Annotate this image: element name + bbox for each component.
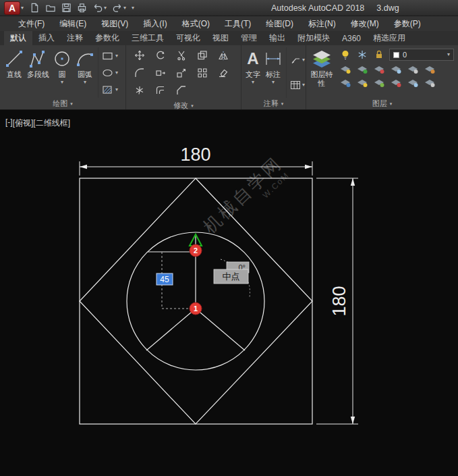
tool-copy-button[interactable] <box>197 50 208 63</box>
tool-leader-button[interactable]: ▾ <box>290 53 305 68</box>
text-flyout-icon: ▾ <box>252 80 254 85</box>
tool-erase-button[interactable] <box>218 68 229 81</box>
tool-mirror-button[interactable] <box>218 50 229 63</box>
tool-rotate-button[interactable] <box>155 50 166 63</box>
layer-tool-button[interactable] <box>355 76 369 88</box>
tool-offset-button[interactable] <box>155 85 166 99</box>
panel-layers-label[interactable]: 图层 ▾ <box>306 98 458 109</box>
dimension-icon <box>263 48 283 70</box>
panel-draw-label[interactable]: 绘图 ▾ <box>0 98 125 109</box>
tool-arc-button[interactable]: 圆弧 ▾ <box>74 47 96 98</box>
arc-flyout-icon[interactable]: ▾ <box>84 80 86 85</box>
menu-view[interactable]: 视图(V) <box>94 16 136 31</box>
viewport-view-control[interactable]: [俯视] <box>13 117 34 129</box>
layer-tool-button[interactable] <box>355 63 369 74</box>
viewport-menu-control[interactable]: [-] <box>5 117 13 129</box>
menu-format[interactable]: 格式(O) <box>175 16 217 31</box>
tool-trim-button[interactable] <box>176 50 187 63</box>
tab-view[interactable]: 视图 <box>206 31 235 45</box>
menu-parametric[interactable]: 参数(P) <box>387 16 428 31</box>
tool-explode-button[interactable] <box>134 85 145 99</box>
panel-modify-label[interactable]: 修改 ▾ <box>126 101 241 111</box>
layer-tool-button[interactable] <box>406 63 420 74</box>
circle-flyout-icon[interactable]: ▾ <box>61 80 63 85</box>
tool-dimension-button[interactable]: 标注 ▾ <box>262 47 285 98</box>
app-menu-button[interactable]: A ▾ <box>4 1 24 15</box>
tool-ellipse-button[interactable]: ▾ <box>102 65 118 80</box>
layer-freeze-button[interactable] <box>355 49 369 61</box>
layer-properties-button[interactable]: 图层特性 <box>309 47 335 98</box>
tab-output[interactable]: 输出 <box>263 31 291 45</box>
layer-color-swatch <box>393 52 399 58</box>
ellipse-flyout-icon: ▾ <box>115 70 118 76</box>
new-file-button[interactable] <box>30 3 40 13</box>
tool-array-button[interactable] <box>197 68 208 81</box>
tool-stretch-button[interactable] <box>155 68 166 81</box>
menu-dimension[interactable]: 标注(N) <box>301 16 343 31</box>
layer-tool-button[interactable] <box>406 76 420 88</box>
layer-tool-button[interactable] <box>339 63 352 74</box>
panel-annotate-label[interactable]: 注释 ▾ <box>241 98 306 109</box>
tab-3d-tools[interactable]: 三维工具 <box>125 31 170 45</box>
menu-draw[interactable]: 绘图(D) <box>258 16 301 31</box>
layer-tool-button[interactable] <box>389 63 403 74</box>
tab-featured-apps[interactable]: 精选应用 <box>367 31 411 45</box>
layer-select-dropdown[interactable]: 0 ▾ <box>389 49 454 61</box>
layer-state-icon <box>356 77 368 88</box>
layer-tool-button[interactable] <box>339 76 352 88</box>
tool-polyline-button[interactable]: 多段线 <box>26 47 51 98</box>
tab-addins[interactable]: 附加模块 <box>291 31 336 45</box>
tab-annotate[interactable]: 注释 <box>61 31 89 45</box>
menu-insert[interactable]: 插入(I) <box>136 16 174 31</box>
tool-table-button[interactable]: ▾ <box>290 78 305 92</box>
redo-button[interactable]: ▾ <box>112 3 126 13</box>
tab-manage[interactable]: 管理 <box>235 31 263 45</box>
layer-state-icon <box>339 63 351 74</box>
tab-parametric[interactable]: 参数化 <box>89 31 125 45</box>
polyline-icon <box>28 48 49 70</box>
layer-tool-button[interactable] <box>389 76 403 88</box>
save-button[interactable] <box>61 3 71 13</box>
menu-edit[interactable]: 编辑(E) <box>52 16 94 31</box>
tool-scale-button[interactable] <box>176 68 187 81</box>
document-title-text: 3.dwg <box>376 3 399 13</box>
draw-panel-expand-icon: ▾ <box>70 101 73 106</box>
layer-lock-button[interactable] <box>372 49 386 61</box>
tool-circle-button[interactable]: 圆 ▾ <box>51 47 74 98</box>
tool-move-button[interactable] <box>134 50 145 63</box>
tool-hatch-button[interactable]: ▾ <box>102 82 118 97</box>
tab-home[interactable]: 默认 <box>4 31 32 45</box>
layer-on-off-button[interactable] <box>339 49 352 61</box>
diagonal-line-left <box>146 309 196 350</box>
tab-a360[interactable]: A360 <box>336 31 367 45</box>
layer-state-icon <box>390 77 402 88</box>
drawing-canvas[interactable]: [-] [俯视] [二维线框] 机械自学网 W.CoM <box>0 110 458 476</box>
qat-customize-icon[interactable]: ▾ <box>132 5 134 11</box>
layer-tool-button[interactable] <box>372 76 386 88</box>
open-file-button[interactable] <box>45 3 56 13</box>
panel-draw: 直线 多段线 圆 ▾ <box>0 45 126 109</box>
tool-rectangle-button[interactable]: ▾ <box>102 49 118 63</box>
quick-access-toolbar: ▾ ▾ ▾ <box>30 3 134 13</box>
tool-text-button[interactable]: A 文字 ▾ <box>244 47 262 98</box>
menu-modify[interactable]: 修改(M) <box>343 16 387 31</box>
tool-line-button[interactable]: 直线 <box>3 47 26 98</box>
menu-file[interactable]: 文件(F) <box>11 16 52 31</box>
undo-button[interactable]: ▾ <box>92 3 107 13</box>
tool-chamfer-button[interactable] <box>176 85 187 99</box>
layer-state-icon <box>373 63 385 74</box>
tool-fillet-button[interactable] <box>134 68 145 81</box>
layer-tool-button[interactable] <box>423 76 436 88</box>
tab-visualize[interactable]: 可视化 <box>170 31 206 45</box>
menu-tools[interactable]: 工具(T) <box>217 16 258 31</box>
tab-insert[interactable]: 插入 <box>32 31 61 45</box>
layer-dropdown-caret-icon: ▾ <box>447 52 450 57</box>
viewport-visual-style-control[interactable]: [二维线框] <box>33 117 70 129</box>
fillet-icon <box>134 68 145 78</box>
dynamic-input-field[interactable]: 45 <box>156 273 173 285</box>
plot-button[interactable] <box>77 3 87 13</box>
layer-tool-button[interactable] <box>423 63 436 74</box>
layer-tool-button[interactable] <box>372 63 386 74</box>
layer-state-icon <box>339 77 351 88</box>
layer-state-icon <box>407 77 419 88</box>
